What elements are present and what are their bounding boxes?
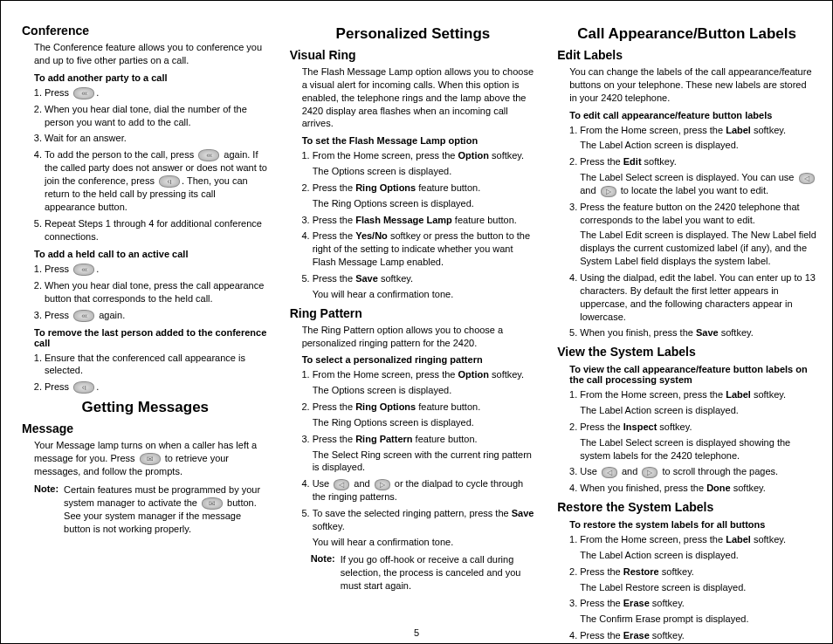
text: softkey. (751, 125, 786, 135)
text: softkey. (719, 327, 754, 338)
bold-text: Ring Pattern (355, 434, 412, 444)
bold-text: Inspect (623, 421, 657, 432)
edit-labels-proc-heading: To edit call appearance/feature button l… (557, 110, 816, 120)
list-item: Press the Restore softkey.The Label Rest… (580, 565, 816, 594)
list-item: When you finished, press the Done softke… (580, 482, 816, 495)
text: softkey. (659, 566, 694, 577)
text: Press (45, 264, 72, 274)
column-1: Conference The Conference feature allows… (22, 20, 269, 633)
text: and (351, 478, 372, 489)
call-appearance-title: Call Appearance/Button Labels (557, 25, 816, 43)
remove-last-heading: To remove the last person added to the c… (22, 327, 269, 348)
result-text: The Label Select screen is displayed sho… (580, 436, 816, 462)
edit-labels-steps: From the Home screen, press the Label so… (557, 124, 816, 340)
list-item: To add the person to the call, press aga… (45, 148, 269, 214)
text: From the Home screen, press the (313, 369, 458, 380)
add-party-heading: To add another party to a call (22, 72, 269, 83)
list-item: Ensure that the conferenced call appeara… (45, 352, 269, 378)
ring-pattern-intro: The Ring Pattern option allows you to ch… (290, 324, 537, 350)
ring-pattern-heading: Ring Pattern (290, 306, 537, 320)
text: Press the (313, 215, 356, 225)
list-item: When you finish, press the Save softkey. (580, 326, 816, 339)
conference-button-icon (73, 310, 94, 322)
conference-button-icon (73, 264, 94, 276)
result-text: The Label Action screen is displayed. (580, 404, 816, 417)
result-text: The Label Action screen is displayed. (580, 549, 816, 562)
bold-text: Erase (623, 598, 650, 608)
result-text: The Label Edit screen is displayed. The … (580, 229, 816, 268)
ring-pattern-steps: From the Home screen, press the Option s… (290, 368, 537, 548)
list-item: From the Home screen, press the Label so… (580, 388, 816, 417)
text: Press the feature button on the 2420 tel… (580, 202, 799, 225)
text: and (580, 185, 598, 195)
text: To save the selected ringing pattern, pr… (313, 508, 512, 518)
list-item: Press again. (45, 309, 269, 322)
edit-labels-heading: Edit Labels (557, 48, 816, 62)
note-text: If you go off-hook or receive a call dur… (341, 553, 537, 593)
bold-text: Ring Options (355, 401, 416, 412)
drop-button-icon (159, 175, 180, 188)
text: softkey. (489, 150, 524, 161)
message-button-icon (140, 453, 161, 465)
left-arrow-icon (602, 467, 617, 478)
remove-last-steps: Ensure that the conferenced call appeara… (22, 352, 269, 394)
text: softkey. (650, 598, 685, 608)
text: Press (45, 381, 72, 392)
text: feature button. (416, 401, 480, 412)
text: softkey. (731, 483, 766, 493)
text: To add the person to the call, press (45, 149, 196, 160)
right-arrow-icon (601, 186, 616, 197)
text: to scroll through the pages. (659, 466, 778, 476)
getting-messages-title: Getting Messages (22, 399, 269, 416)
list-item: To save the selected ringing pattern, pr… (313, 507, 537, 549)
list-item: Press the Ring Options feature button.Th… (313, 182, 537, 210)
text: . (96, 87, 99, 98)
result-text: The Options screen is displayed. (313, 384, 537, 397)
list-item: Wait for an answer. (45, 132, 269, 145)
list-item: Press the Save softkey.You will hear a c… (313, 272, 537, 301)
text: and (619, 466, 640, 476)
view-labels-proc-heading: To view the call appearance/feature butt… (557, 364, 816, 385)
column-3: Call Appearance/Button Labels Edit Label… (557, 20, 816, 633)
text: Press the (580, 598, 623, 608)
text: Press the (313, 434, 356, 444)
visual-ring-heading: Visual Ring (290, 48, 537, 62)
result-text: You will hear a confirmation tone. (313, 288, 537, 301)
result-text: The Confirm Erase prompt is displayed. (580, 613, 816, 626)
message-heading: Message (22, 421, 269, 435)
add-held-steps: Press . When you hear dial tone, press t… (22, 263, 269, 322)
text: softkey. (313, 521, 345, 531)
text: From the Home screen, press the (580, 534, 726, 545)
drop-button-icon (73, 381, 94, 394)
view-labels-steps: From the Home screen, press the Label so… (557, 388, 816, 495)
text: . (96, 381, 99, 392)
list-item: Press . (45, 263, 269, 276)
list-item: Press the Ring Pattern feature button.Th… (313, 433, 537, 475)
list-item: Use and or the dialpad to cycle through … (313, 477, 537, 504)
text: From the Home screen, press the (580, 125, 726, 135)
manual-page: Conference The Conference feature allows… (0, 0, 833, 644)
bold-text: Ring Options (355, 182, 416, 193)
ring-pattern-proc-heading: To select a personalized ringing pattern (290, 354, 537, 365)
text: Use (580, 466, 600, 476)
text: softkey. (378, 273, 413, 284)
bold-text: Option (458, 150, 489, 161)
result-text: The Select Ring screen with the current … (313, 449, 537, 475)
text: Press the (313, 230, 356, 241)
list-item: Use and to scroll through the pages. (580, 465, 816, 478)
bold-text: Save (696, 327, 719, 338)
list-item: Using the dialpad, edit the label. You c… (580, 271, 816, 323)
text: When you finished, press the (580, 483, 706, 493)
text: softkey. (489, 369, 524, 380)
edit-labels-intro: You can change the labels of the call ap… (557, 65, 816, 105)
list-item: Press the Flash Message Lamp feature but… (313, 214, 537, 227)
list-item: When you hear dial tone, dial the number… (45, 103, 269, 129)
list-item: Press the Ring Options feature button.Th… (313, 401, 537, 429)
text: Use (313, 478, 333, 489)
result-text: You will hear a confirmation tone. (313, 536, 537, 549)
text: Press the (313, 182, 356, 193)
result-text: The Options screen is displayed. (313, 165, 537, 178)
text: When you finish, press the (580, 327, 696, 338)
text: Press the (580, 421, 623, 432)
bold-text: Done (706, 483, 731, 493)
